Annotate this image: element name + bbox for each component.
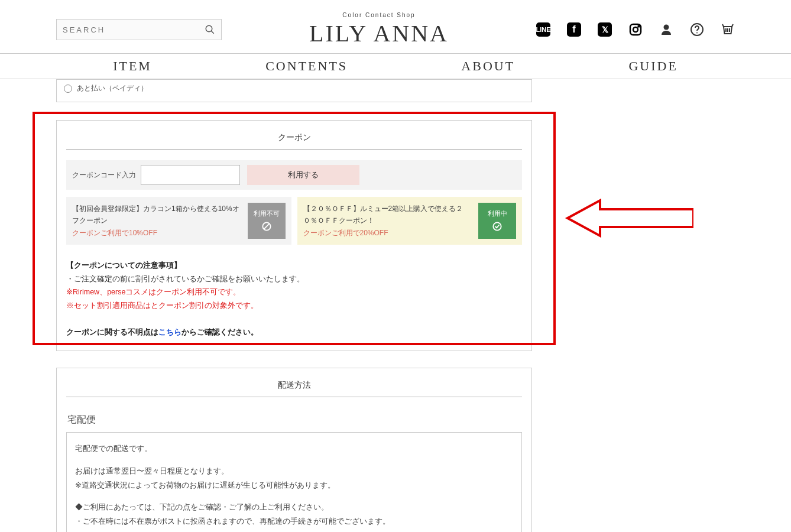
coupon-title: 【２０％ＯＦＦ】ルミュー2箱以上購入で使える２０％ＯＦＦクーポン！ [303,205,463,225]
svg-point-7 [696,33,698,34]
coupon-notes-heading: 【クーポンについての注意事項】 [66,259,522,273]
facebook-icon[interactable]: f [567,22,581,37]
help-icon[interactable] [690,22,704,37]
user-icon[interactable] [659,22,673,37]
coupon-badge-label: 利用不可 [254,209,280,218]
check-circle-icon [491,220,503,232]
cart-icon[interactable] [721,22,735,37]
annotation-arrow-icon [565,197,693,239]
site-header: Color Contact Shop LILY ANNA LINE f 𝕏 IT… [0,0,791,79]
payment-option-label: あと払い（ペイディ） [77,83,148,93]
coupon-note-warning: ※Ririmew、perseコスメはクーポン利用不可です。 [66,286,522,299]
coupon-title: 【初回会員登録限定】カラコン1箱から使える10%オフクーポン [72,205,239,225]
coupon-card-active[interactable]: 【２０％ＯＦＦ】ルミュー2箱以上購入で使える２０％ＯＦＦクーポン！ クーポンご利… [297,197,523,245]
svg-point-5 [664,25,669,30]
shipping-text: ◆ご利用にあたっては、下記の点をご確認・ご了解の上ご利用ください。 ・ご不在時に… [75,501,513,529]
payment-option-panel: あと払い（ペイディ） [56,79,532,102]
instagram-icon[interactable] [628,22,643,37]
shipping-description: 宅配便での配送です。 お届けは通常翌日〜翌々日程度となります。 ※道路交通状況に… [66,432,522,532]
coupon-card-unavailable[interactable]: 【初回会員登録限定】カラコン1箱から使える10%オフクーポン クーポンご利用で1… [66,197,291,245]
svg-point-0 [206,25,212,32]
svg-point-4 [638,26,640,27]
shipping-text: お届けは通常翌日〜翌々日程度となります。 ※道路交通状況によってお荷物のお届けに… [75,465,513,493]
search-box[interactable] [56,19,222,40]
svg-point-13 [493,222,501,230]
svg-point-3 [633,27,638,32]
header-icons: LINE f 𝕏 [536,22,735,37]
coupon-note-line: ・ご注文確定の前に割引がされているかご確認をお願いいたします。 [66,273,522,286]
nav-item[interactable]: GUIDE [628,59,677,74]
coupon-discount: クーポンご利用で10%OFF [72,229,157,237]
coupon-badge-unavailable: 利用不可 [248,203,286,239]
payment-option-paidy[interactable]: あと払い（ペイディ） [64,83,524,93]
coupon-badge-active: 利用中 [478,203,516,239]
x-twitter-icon[interactable]: 𝕏 [598,22,612,37]
coupon-badge-label: 利用中 [488,209,507,218]
svg-line-1 [211,31,214,34]
shipping-method-name: 宅配便 [66,408,522,432]
shipping-text: 宅配便での配送です。 [75,442,513,456]
nav-item[interactable]: CONTENTS [265,59,348,74]
nav-item[interactable]: ABOUT [461,59,515,74]
coupon-card-text: 【初回会員登録限定】カラコン1箱から使える10%オフクーポン クーポンご利用で1… [72,203,243,239]
coupon-note-link-line: クーポンに関する不明点はこちらからご確認ください。 [66,326,522,339]
coupon-card-text: 【２０％ＯＦＦ】ルミュー2箱以上購入で使える２０％ＯＦＦクーポン！ クーポンご利… [303,203,474,239]
logo-text: LILY ANNA [309,20,449,47]
prohibited-icon [261,220,273,232]
coupon-section-title: クーポン [66,129,522,150]
coupon-note-warning: ※セット割引適用商品はとクーポン割引の対象外です。 [66,299,522,313]
search-input[interactable] [63,25,205,34]
shipping-panel: 配送方法 宅配便 宅配便での配送です。 お届けは通常翌日〜翌々日程度となります。… [56,368,532,532]
coupon-panel: クーポン クーポンコード入力 利用する 【初回会員登録限定】カラコン1箱から使え… [56,120,532,351]
radio-icon [64,85,72,93]
coupon-faq-link[interactable]: こちら [158,328,181,336]
line-icon[interactable]: LINE [536,22,550,37]
coupon-discount: クーポンご利用で20%OFF [303,229,388,237]
coupon-notes: 【クーポンについての注意事項】 ・ご注文確定の前に割引がされているかご確認をお願… [66,259,522,339]
logo-tagline: Color Contact Shop [309,12,449,18]
search-icon[interactable] [205,24,215,35]
coupon-input-label: クーポンコード入力 [72,170,136,180]
coupon-input-row: クーポンコード入力 利用する [66,160,522,190]
site-logo[interactable]: Color Contact Shop LILY ANNA [309,12,449,47]
shipping-section-title: 配送方法 [66,377,522,397]
nav-item[interactable]: ITEM [113,59,152,74]
svg-line-12 [264,223,269,229]
main-nav: ITEM CONTENTS ABOUT GUIDE [0,53,791,79]
coupon-code-input[interactable] [141,165,240,185]
coupon-apply-button[interactable]: 利用する [247,165,359,185]
